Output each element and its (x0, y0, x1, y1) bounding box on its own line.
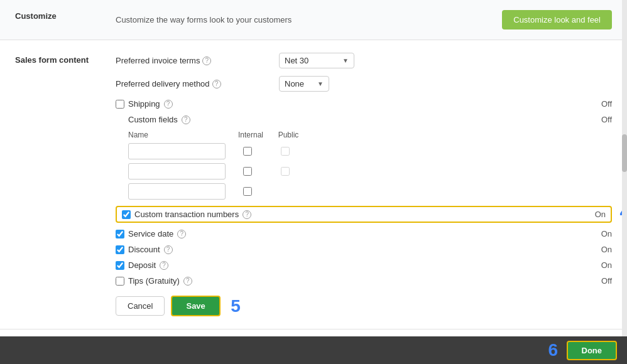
custom-transaction-row: Custom transaction numbers ? On 4 (116, 206, 612, 223)
service-date-row: Service date ? On (116, 229, 612, 238)
delivery-method-row: Preferred delivery method ? None ▼ (116, 76, 612, 92)
deposit-checkbox[interactable] (116, 261, 124, 270)
sales-form-section: Sales form content Preferred invoice ter… (0, 40, 627, 329)
customize-look-feel-button[interactable]: Customize look and feel (502, 10, 612, 29)
tips-checkbox[interactable] (116, 277, 124, 286)
discount-checkbox[interactable] (116, 245, 124, 254)
customize-label: Customize (15, 10, 116, 29)
deposit-row: Deposit ? On (116, 260, 612, 270)
badge-5: 5 (231, 296, 241, 316)
shipping-row: Shipping ? Off (116, 99, 612, 109)
service-date-help-icon[interactable]: ? (177, 230, 186, 238)
bottom-bar: 6 Done (0, 336, 627, 364)
save-button[interactable]: Save (171, 296, 220, 316)
cf-row-1 (128, 143, 612, 159)
discount-status: On (601, 245, 612, 254)
invoice-terms-dropdown-arrow: ▼ (342, 57, 349, 64)
tips-status: Off (601, 276, 612, 286)
cf-internal-2[interactable] (243, 167, 252, 176)
customize-row: Customize Customize the way forms look t… (0, 0, 627, 40)
custom-fields-help-icon[interactable]: ? (182, 115, 190, 124)
cancel-button[interactable]: Cancel (116, 296, 165, 316)
deposit-status: On (601, 260, 612, 270)
shipping-checkbox[interactable] (116, 100, 124, 109)
sales-form-label: Sales form content (15, 53, 116, 316)
products-section: Products and services Show Product/Servi… (0, 329, 627, 336)
cf-name-input-2[interactable] (128, 163, 226, 179)
custom-fields-table: Name Internal Public (128, 131, 612, 200)
shipping-help-icon[interactable]: ? (164, 100, 173, 109)
tips-row: Tips (Gratuity) ? Off (116, 276, 612, 286)
tips-help-icon[interactable]: ? (183, 277, 192, 286)
cf-public-1[interactable] (281, 147, 290, 156)
custom-fields-header: Name Internal Public (128, 131, 612, 139)
cf-name-input-3[interactable] (128, 183, 226, 200)
delivery-method-dropdown[interactable]: None ▼ (279, 76, 329, 92)
sales-fields-container: Preferred invoice terms ? Net 30 ▼ Prefe… (116, 53, 612, 316)
discount-help-icon[interactable]: ? (164, 245, 173, 254)
scrollbar-thumb[interactable] (622, 134, 627, 172)
cf-internal-1[interactable] (243, 147, 252, 156)
invoice-terms-dropdown[interactable]: Net 30 ▼ (279, 53, 354, 68)
invoice-terms-label: Preferred invoice terms ? (116, 56, 279, 65)
service-date-checkbox[interactable] (116, 230, 124, 238)
customize-description: Customize the way forms look to your cus… (116, 15, 502, 24)
cf-row-2 (128, 163, 612, 179)
custom-fields-row: Custom fields ? Off (116, 115, 612, 124)
scrollbar[interactable] (622, 0, 627, 336)
delivery-method-label: Preferred delivery method ? (116, 79, 279, 88)
delivery-method-help-icon[interactable]: ? (212, 80, 221, 88)
discount-row: Discount ? On (116, 245, 612, 254)
done-button[interactable]: Done (567, 341, 618, 360)
shipping-status: Off (601, 99, 612, 109)
action-buttons: Cancel Save 5 (116, 296, 612, 316)
delivery-dropdown-arrow: ▼ (317, 80, 324, 87)
cf-internal-3[interactable] (243, 187, 252, 196)
deposit-help-icon[interactable]: ? (160, 261, 168, 270)
custom-transaction-checkbox[interactable] (122, 210, 131, 219)
badge-6: 6 (548, 340, 558, 360)
service-date-status: On (601, 229, 612, 238)
custom-transaction-status: On (595, 210, 606, 219)
cf-name-input-1[interactable] (128, 143, 226, 159)
custom-fields-status: Off (601, 115, 612, 124)
cf-row-3 (128, 183, 612, 200)
invoice-terms-help-icon[interactable]: ? (202, 56, 211, 65)
cf-public-2[interactable] (281, 167, 290, 176)
invoice-terms-row: Preferred invoice terms ? Net 30 ▼ (116, 53, 612, 68)
custom-transaction-help-icon[interactable]: ? (243, 210, 251, 219)
